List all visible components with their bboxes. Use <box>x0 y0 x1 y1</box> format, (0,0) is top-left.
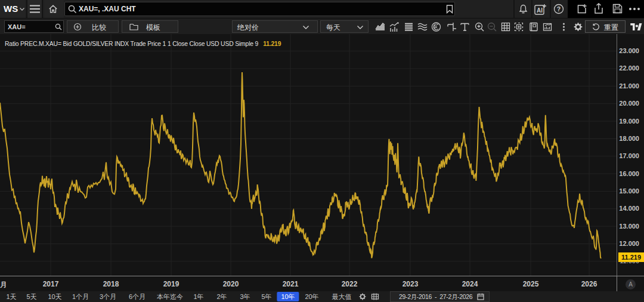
svg-text:AI: AI <box>537 7 543 14</box>
svg-text:?: ? <box>557 5 561 13</box>
